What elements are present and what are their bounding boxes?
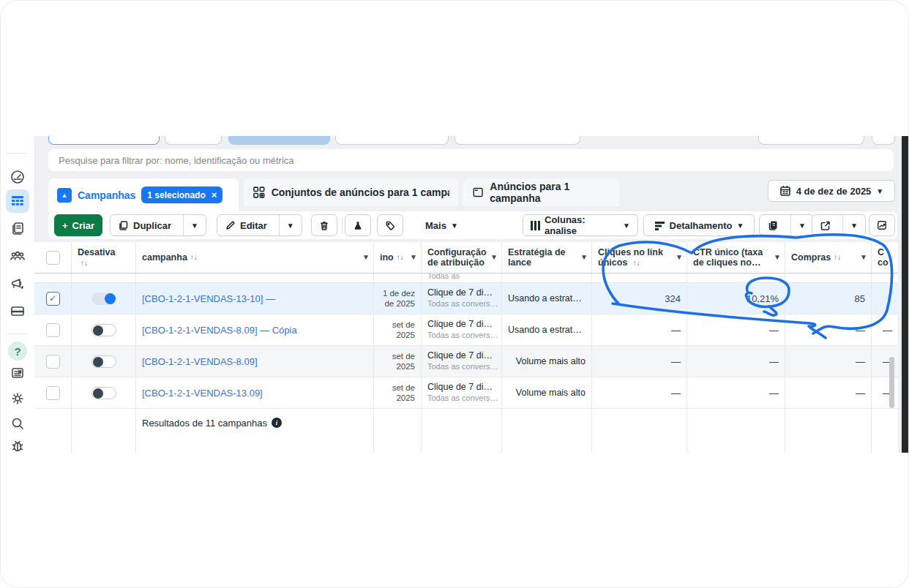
ab-test-button[interactable]: [345, 214, 371, 236]
tab-campanhas[interactable]: ▲ Campanhas 1 selecionado ×: [48, 178, 239, 211]
chevron-down-icon[interactable]: ▼: [410, 253, 417, 262]
sort-icon[interactable]: ↑↓: [190, 253, 198, 262]
row-toggle-cell[interactable]: [72, 377, 136, 408]
charts-button[interactable]: [869, 214, 895, 236]
vertical-scrollbar[interactable]: [889, 357, 894, 408]
cut-cell: [872, 283, 898, 314]
table-row[interactable]: ✓ [CBO-1-2-1-VENDAS-13-10] — 1 de dez de…: [34, 283, 898, 314]
header-configuracao[interactable]: Configuração de atribuição▼: [422, 242, 502, 273]
chevron-down-icon[interactable]: ▼: [676, 253, 683, 262]
campaign-toggle[interactable]: [91, 293, 116, 305]
campaign-toggle[interactable]: [91, 355, 116, 368]
header-compras[interactable]: Compras↑↓▼: [785, 242, 872, 273]
tab-conjuntos-label: Conjuntos de anúncios para 1 campa: [272, 186, 449, 198]
chevron-down-icon[interactable]: ▼: [490, 253, 498, 262]
header-desativa[interactable]: Desativa↑↓: [72, 242, 136, 273]
table-row[interactable]: ✓ [CBO-1-2-1-VENDAS-8.09] — Cópia set de…: [34, 314, 898, 346]
reports-caret[interactable]: ▼: [790, 215, 813, 235]
tab-conjuntos[interactable]: Conjuntos de anúncios para 1 campa: [244, 178, 458, 206]
header-cliques[interactable]: Cliques no link únicos ↑↓▼: [592, 242, 687, 273]
header-termino[interactable]: ino↑↓▼: [374, 242, 422, 273]
columns-button[interactable]: Colunas: analise ▼: [523, 214, 638, 236]
ads-manager-screenshot: ? Pesquise para filtrar por: nome, ident…: [1, 136, 909, 453]
tab-anuncios[interactable]: Anúncios para 1 campanha: [463, 178, 619, 206]
reports-news-icon[interactable]: [6, 361, 29, 385]
create-button[interactable]: + Criar: [54, 214, 102, 236]
campaign-name-link[interactable]: [CBO-1-2-1-VENDAS-13.09]: [136, 377, 374, 408]
campaign-name-link[interactable]: [CBO-1-2-1-VENDAS-8.09] — Cópia: [136, 314, 374, 345]
campaigns-table-icon[interactable]: [6, 189, 29, 213]
filter-pill-cropped[interactable]: [48, 136, 160, 145]
campaign-name-link[interactable]: [CBO-1-2-1-VENDAS-8.09]: [136, 346, 374, 377]
bug-icon[interactable]: [6, 434, 29, 453]
more-button[interactable]: Mais ▼: [418, 214, 465, 236]
audiences-people-icon[interactable]: [6, 244, 29, 268]
filter-pill-cropped[interactable]: [165, 136, 222, 145]
filter-pill-cropped[interactable]: [758, 136, 864, 145]
row-checkbox-cell[interactable]: ✓: [34, 346, 72, 377]
row-toggle-cell[interactable]: [72, 346, 136, 377]
table-row[interactable]: ✓ [CBO-1-2-1-VENDAS-8.09] set de 2025 Cl…: [34, 346, 898, 377]
chevron-down-icon[interactable]: ▼: [860, 253, 867, 262]
row-checkbox[interactable]: ✓: [46, 292, 60, 306]
row-checkbox[interactable]: ✓: [46, 355, 60, 369]
sort-icon[interactable]: ↑↓: [397, 253, 404, 262]
chevron-down-icon: ▼: [623, 222, 630, 230]
delete-button[interactable]: [311, 214, 337, 236]
partial-row: Todas as convers…: [34, 274, 898, 283]
selected-count-badge: 1 selecionado ×: [141, 186, 222, 203]
select-all-checkbox[interactable]: [46, 251, 60, 265]
duplicate-caret[interactable]: ▼: [183, 215, 206, 235]
campaign-toggle[interactable]: [91, 387, 116, 399]
search-input[interactable]: Pesquise para filtrar por: nome, identif…: [48, 149, 894, 171]
filter-pill-cropped[interactable]: [872, 136, 895, 145]
row-toggle-cell[interactable]: [72, 283, 136, 314]
info-icon[interactable]: i: [272, 418, 282, 428]
export-button[interactable]: ▼: [812, 214, 866, 236]
header-campanha[interactable]: campanha↑↓▼: [136, 242, 374, 273]
row-checkbox[interactable]: ✓: [46, 323, 60, 337]
header-ctr[interactable]: CTR único (taxa de cliques no…▼: [687, 242, 785, 273]
sort-icon[interactable]: ↑↓: [81, 259, 88, 267]
help-icon[interactable]: ?: [6, 339, 29, 363]
billing-card-icon[interactable]: [6, 299, 29, 323]
pages-forms-icon[interactable]: [6, 216, 29, 240]
reports-button[interactable]: ▼: [759, 214, 814, 236]
header-lance[interactable]: Estratégia de lance▼: [502, 242, 592, 273]
badge-close-icon[interactable]: ×: [212, 189, 217, 200]
date-range-button[interactable]: 4 de dez de 2025 ▼: [768, 180, 895, 202]
chevron-down-icon[interactable]: ▼: [362, 253, 370, 262]
edit-button[interactable]: Editar ▼: [217, 214, 302, 236]
breakdown-button[interactable]: Detalhamento ▼: [643, 214, 755, 236]
row-checkbox[interactable]: ✓: [46, 386, 60, 400]
app-window: ? Pesquise para filtrar por: nome, ident…: [0, 0, 909, 588]
row-checkbox-cell[interactable]: ✓: [34, 283, 72, 314]
export-caret[interactable]: ▼: [842, 215, 865, 235]
filter-pill-cropped[interactable]: [454, 136, 580, 145]
duplicate-button[interactable]: Duplicar ▼: [110, 214, 206, 236]
table-row[interactable]: ✓ [CBO-1-2-1-VENDAS-13.09] set de 2025 C…: [34, 377, 898, 409]
megaphone-icon[interactable]: [6, 272, 29, 295]
tag-button[interactable]: [377, 214, 403, 236]
chevron-down-icon[interactable]: ▼: [774, 253, 781, 262]
header-cut-column[interactable]: Cco: [872, 242, 898, 273]
row-checkbox-cell[interactable]: ✓: [34, 314, 72, 345]
edit-pencil-icon: [225, 220, 236, 231]
speedometer-icon[interactable]: [6, 165, 29, 189]
search-icon[interactable]: [6, 412, 29, 435]
filter-pill-cropped[interactable]: [335, 136, 449, 145]
row-toggle-cell[interactable]: [72, 314, 136, 345]
row-checkbox-cell[interactable]: ✓: [34, 377, 72, 408]
campaign-toggle[interactable]: [91, 324, 116, 336]
sort-icon[interactable]: ↑↓: [633, 259, 640, 267]
ctr-cell: —: [687, 346, 785, 377]
campaign-name-link[interactable]: [CBO-1-2-1-VENDAS-13-10] —: [136, 283, 374, 314]
purchases-cell: —: [785, 314, 872, 345]
chevron-down-icon[interactable]: ▼: [580, 253, 588, 262]
settings-gear-icon[interactable]: [6, 387, 29, 410]
edit-caret[interactable]: ▼: [279, 215, 302, 235]
header-checkbox-cell[interactable]: [34, 242, 72, 273]
toolbar-divider: [342, 217, 343, 233]
filter-pill-cropped[interactable]: [228, 136, 330, 145]
sort-icon[interactable]: ↑↓: [834, 253, 841, 262]
